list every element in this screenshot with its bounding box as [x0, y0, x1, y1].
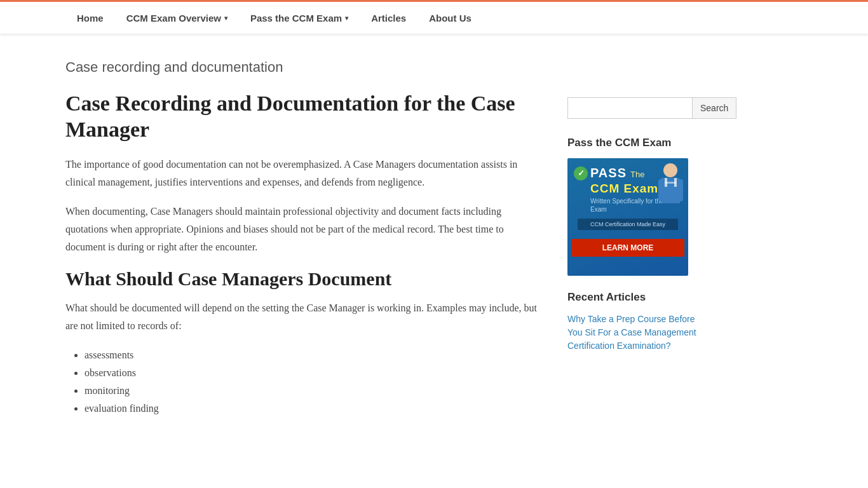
check-icon: ✓ [574, 166, 588, 180]
svg-rect-4 [665, 182, 676, 184]
nav-link-about-us[interactable]: About Us [417, 2, 483, 34]
search-box: Search [567, 97, 707, 119]
learn-more-button[interactable]: LEARN MORE [571, 239, 684, 257]
nurse-icon [653, 163, 688, 220]
pass-ccm-section: Pass the CCM Exam ✓ PASS The CCM Exam Wr… [567, 137, 707, 276]
banner-content: ✓ PASS The CCM Exam Written Specifically… [567, 158, 688, 239]
pass-word: PASS [590, 166, 627, 180]
nav-link-articles[interactable]: Articles [360, 2, 417, 34]
list-item: evaluation finding [85, 400, 542, 417]
section-intro: What should be documented will depend on… [65, 299, 542, 335]
nav-item-ccm-overview[interactable]: CCM Exam Overview ▾ [115, 2, 239, 34]
search-button[interactable]: Search [693, 97, 736, 119]
nav-item-articles[interactable]: Articles [360, 2, 417, 34]
nav-item-home[interactable]: Home [65, 2, 115, 34]
svg-point-0 [663, 163, 677, 177]
article-title: Case Recording and Documentation for the… [65, 91, 542, 143]
nav-list: Home CCM Exam Overview ▾ Pass the CCM Ex… [65, 2, 483, 34]
bullet-list: assessments observations monitoring eval… [65, 346, 542, 417]
nav-item-about-us[interactable]: About Us [417, 2, 483, 34]
section-heading: What Should Case Managers Document [65, 268, 542, 290]
nav-link-ccm-overview[interactable]: CCM Exam Overview ▾ [115, 2, 239, 34]
pass-section-title: Pass the CCM Exam [567, 137, 707, 149]
the-word: The [630, 170, 644, 179]
paragraph-1: The importance of good documentation can… [65, 156, 542, 191]
article-body: The importance of good documentation can… [65, 156, 542, 417]
search-input[interactable] [567, 97, 693, 119]
recent-article-link[interactable]: Why Take a Prep Course Before You Sit Fo… [567, 313, 707, 353]
page-wrapper: Case recording and documentation Case Re… [53, 34, 815, 443]
recent-articles-title: Recent Articles [567, 291, 707, 304]
nav-link-pass-ccm[interactable]: Pass the CCM Exam ▾ [239, 2, 360, 34]
paragraph-2: When documenting, Case Managers should m… [65, 203, 542, 256]
list-item: observations [85, 364, 542, 382]
svg-rect-5 [658, 179, 665, 201]
list-item: assessments [85, 346, 542, 364]
nav-item-pass-ccm[interactable]: Pass the CCM Exam ▾ [239, 2, 360, 34]
ccm-banner: ✓ PASS The CCM Exam Written Specifically… [567, 158, 688, 276]
chevron-down-icon: ▾ [224, 15, 227, 22]
nav-link-home[interactable]: Home [65, 2, 115, 34]
sidebar: Search Pass the CCM Exam ✓ PASS The CCM … [567, 59, 707, 417]
page-title: Case recording and documentation [65, 59, 542, 76]
main-content: Case recording and documentation Case Re… [65, 59, 542, 417]
chevron-down-icon-2: ▾ [345, 15, 348, 22]
recent-articles-section: Recent Articles Why Take a Prep Course B… [567, 291, 707, 353]
cert-box: CCM Certification Made Easy [578, 219, 678, 230]
main-nav: Home CCM Exam Overview ▾ Pass the CCM Ex… [0, 0, 868, 34]
list-item: monitoring [85, 382, 542, 400]
svg-rect-6 [677, 179, 683, 201]
